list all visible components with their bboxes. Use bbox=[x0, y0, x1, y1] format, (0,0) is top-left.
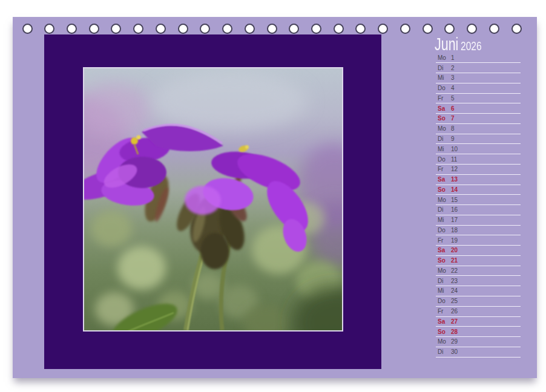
calendar-day-row: Di9 bbox=[436, 134, 521, 145]
binding-hole-icon bbox=[22, 24, 33, 34]
binding-hole-icon bbox=[44, 24, 54, 34]
binding-hole-icon bbox=[511, 24, 522, 34]
binding-hole-icon bbox=[67, 24, 77, 34]
weekday-label: So bbox=[438, 329, 451, 335]
calendar-day-row: Mi10 bbox=[436, 144, 521, 154]
calendar-day-row: Fr5 bbox=[436, 94, 521, 104]
date-number: 25 bbox=[451, 298, 458, 304]
date-number: 24 bbox=[451, 288, 458, 294]
calendar-day-row: Di30 bbox=[436, 347, 521, 358]
calendar-day-row: Mo8 bbox=[436, 124, 521, 134]
weekday-label: Mi bbox=[438, 75, 451, 81]
calendar-day-row: Sa13 bbox=[436, 175, 521, 185]
weekday-label: Mo bbox=[438, 126, 451, 132]
date-number: 3 bbox=[451, 75, 455, 81]
calendar-day-row: Di16 bbox=[436, 205, 521, 215]
calendar-day-row: Di23 bbox=[436, 276, 521, 286]
weekday-label: So bbox=[438, 116, 451, 122]
binding-hole-icon bbox=[467, 24, 477, 34]
binding-hole-icon bbox=[400, 24, 410, 34]
binding-hole-icon bbox=[444, 24, 455, 34]
weekday-label: Do bbox=[438, 157, 451, 163]
date-number: 28 bbox=[451, 329, 458, 335]
date-number: 21 bbox=[451, 258, 458, 264]
date-number: 11 bbox=[451, 157, 457, 163]
weekday-label: Di bbox=[438, 278, 451, 284]
calendar-day-row: Do11 bbox=[436, 154, 521, 165]
day-rows: Mo1Di2Mi3Do4Fr5Sa6So7Mo8Di9Mi10Do11Fr12S… bbox=[436, 53, 521, 358]
calendar-card: Juni2026 Mo1Di2Mi3Do4Fr5Sa6So7Mo8Di9Mi10… bbox=[13, 17, 537, 378]
weekday-label: Fr bbox=[438, 96, 451, 102]
weekday-label: Do bbox=[438, 85, 451, 91]
weekday-label: Mo bbox=[438, 197, 451, 203]
calendar-day-row: Mo15 bbox=[436, 195, 521, 205]
date-number: 22 bbox=[451, 268, 458, 274]
date-number: 23 bbox=[451, 278, 458, 284]
date-number: 29 bbox=[451, 339, 458, 345]
binding-hole-icon bbox=[423, 24, 433, 34]
calendar-day-row: So28 bbox=[436, 327, 521, 337]
calendar-day-row: Fr26 bbox=[436, 307, 521, 317]
weekday-label: Do bbox=[438, 298, 451, 304]
calendar-day-row: So7 bbox=[436, 114, 521, 124]
weekday-label: Fr bbox=[438, 166, 451, 172]
binding-hole-icon bbox=[311, 24, 321, 34]
date-number: 5 bbox=[451, 96, 455, 102]
binding-hole-icon bbox=[89, 24, 99, 34]
calendar-day-row: Mo22 bbox=[436, 266, 521, 276]
calendar-day-row: Sa27 bbox=[436, 317, 521, 327]
weekday-label: Di bbox=[438, 349, 451, 355]
weekday-label: Sa bbox=[438, 247, 451, 253]
calendar-day-row: Mo1 bbox=[436, 53, 521, 64]
binding-hole-icon bbox=[245, 24, 255, 34]
binding-hole-icon bbox=[378, 24, 388, 34]
weekday-label: Mo bbox=[438, 339, 451, 345]
photo-frame bbox=[44, 34, 381, 369]
weekday-label: Mo bbox=[438, 55, 451, 61]
binding-hole-icon bbox=[178, 24, 188, 34]
date-number: 9 bbox=[451, 136, 455, 142]
date-number: 20 bbox=[451, 247, 458, 253]
year-label: 2026 bbox=[461, 39, 482, 53]
calendar-day-row: Fr19 bbox=[436, 235, 521, 246]
calendar-day-row: Sa20 bbox=[436, 246, 521, 256]
binding-hole-icon bbox=[267, 24, 277, 34]
weekday-label: Di bbox=[438, 65, 451, 71]
binding-hole-icon bbox=[200, 24, 210, 34]
date-number: 12 bbox=[451, 166, 458, 172]
binding-hole-icon bbox=[334, 24, 344, 34]
weekday-label: Do bbox=[438, 227, 451, 234]
flower-photo bbox=[83, 67, 343, 332]
month-label: Juni bbox=[435, 34, 458, 54]
date-number: 18 bbox=[451, 227, 458, 234]
calendar-day-row: So14 bbox=[436, 185, 521, 195]
weekday-label: Fr bbox=[438, 309, 451, 315]
date-number: 10 bbox=[451, 146, 458, 152]
binding-hole-icon bbox=[133, 24, 143, 34]
calendar-day-row: So21 bbox=[436, 256, 521, 266]
date-number: 14 bbox=[451, 187, 458, 193]
weekday-label: Mi bbox=[438, 146, 451, 152]
date-number: 16 bbox=[451, 207, 458, 213]
date-number: 13 bbox=[451, 177, 458, 183]
weekday-label: Di bbox=[438, 207, 451, 213]
weekday-label: Fr bbox=[438, 238, 451, 244]
date-number: 17 bbox=[451, 217, 458, 223]
date-number: 4 bbox=[451, 85, 455, 91]
weekday-label: Mo bbox=[438, 268, 451, 274]
date-number: 15 bbox=[451, 197, 458, 203]
calendar-day-row: Mi3 bbox=[436, 73, 521, 83]
date-number: 26 bbox=[451, 309, 458, 315]
binding-hole-icon bbox=[222, 24, 232, 34]
calendar-title: Juni2026 bbox=[435, 36, 482, 53]
date-number: 8 bbox=[451, 126, 455, 132]
binding-hole-icon bbox=[111, 24, 121, 34]
calendar-day-row: Mo29 bbox=[436, 337, 521, 347]
date-number: 2 bbox=[451, 65, 455, 71]
calendar-day-row: Mi17 bbox=[436, 215, 521, 226]
weekday-label: Mi bbox=[438, 217, 451, 223]
calendar-day-row: Di2 bbox=[436, 63, 521, 73]
weekday-label: Di bbox=[438, 136, 451, 142]
flower-photo-illustration bbox=[84, 68, 342, 330]
weekday-label: Sa bbox=[438, 177, 451, 183]
